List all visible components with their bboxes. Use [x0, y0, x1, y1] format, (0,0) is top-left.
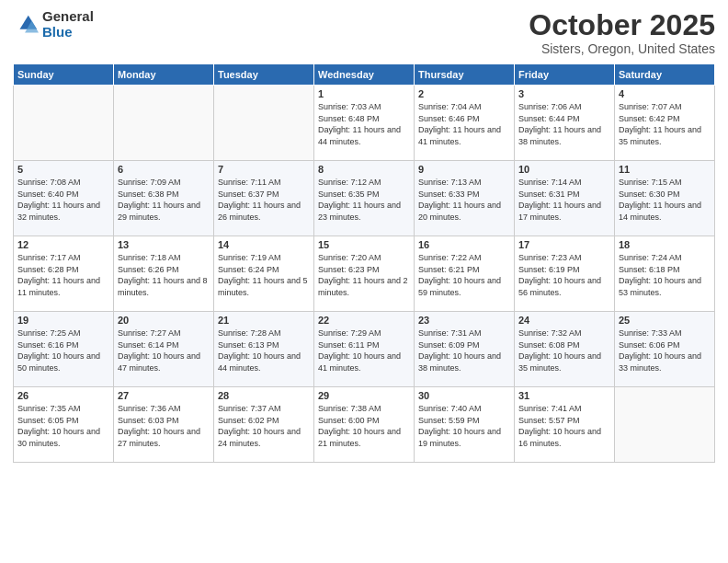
- calendar-cell: 1Sunrise: 7:03 AM Sunset: 6:48 PM Daylig…: [314, 86, 415, 161]
- day-info: Sunrise: 7:12 AM Sunset: 6:35 PM Dayligh…: [318, 177, 410, 223]
- day-info: Sunrise: 7:03 AM Sunset: 6:48 PM Dayligh…: [318, 101, 410, 147]
- calendar-cell: 6Sunrise: 7:09 AM Sunset: 6:38 PM Daylig…: [114, 161, 214, 236]
- day-number: 23: [418, 315, 510, 326]
- day-number: 16: [418, 239, 510, 250]
- calendar-cell: [114, 86, 214, 161]
- day-info: Sunrise: 7:24 AM Sunset: 6:18 PM Dayligh…: [619, 252, 711, 298]
- day-number: 31: [518, 390, 610, 401]
- day-number: 18: [619, 239, 711, 250]
- day-info: Sunrise: 7:15 AM Sunset: 6:30 PM Dayligh…: [619, 177, 711, 223]
- location: Sisters, Oregon, United States: [529, 41, 715, 56]
- day-info: Sunrise: 7:33 AM Sunset: 6:06 PM Dayligh…: [619, 327, 711, 373]
- calendar-cell: 21Sunrise: 7:28 AM Sunset: 6:13 PM Dayli…: [214, 312, 314, 387]
- day-info: Sunrise: 7:08 AM Sunset: 6:40 PM Dayligh…: [17, 177, 109, 223]
- day-number: 2: [418, 88, 510, 99]
- day-number: 1: [318, 88, 410, 99]
- day-info: Sunrise: 7:35 AM Sunset: 6:05 PM Dayligh…: [17, 403, 109, 449]
- calendar-cell: 29Sunrise: 7:38 AM Sunset: 6:00 PM Dayli…: [314, 387, 415, 463]
- col-wednesday: Wednesday: [314, 64, 415, 86]
- calendar-cell: 17Sunrise: 7:23 AM Sunset: 6:19 PM Dayli…: [515, 236, 615, 312]
- day-info: Sunrise: 7:04 AM Sunset: 6:46 PM Dayligh…: [418, 101, 510, 147]
- calendar-cell: 12Sunrise: 7:17 AM Sunset: 6:28 PM Dayli…: [14, 236, 114, 312]
- day-number: 5: [17, 164, 109, 175]
- day-info: Sunrise: 7:13 AM Sunset: 6:33 PM Dayligh…: [418, 177, 510, 223]
- day-info: Sunrise: 7:41 AM Sunset: 5:57 PM Dayligh…: [518, 403, 610, 449]
- day-info: Sunrise: 7:36 AM Sunset: 6:03 PM Dayligh…: [118, 403, 210, 449]
- calendar-cell: 22Sunrise: 7:29 AM Sunset: 6:11 PM Dayli…: [314, 312, 415, 387]
- calendar-week-4: 19Sunrise: 7:25 AM Sunset: 6:16 PM Dayli…: [14, 312, 715, 387]
- calendar-cell: 25Sunrise: 7:33 AM Sunset: 6:06 PM Dayli…: [615, 312, 715, 387]
- calendar-cell: 15Sunrise: 7:20 AM Sunset: 6:23 PM Dayli…: [314, 236, 415, 312]
- calendar-cell: 23Sunrise: 7:31 AM Sunset: 6:09 PM Dayli…: [415, 312, 515, 387]
- day-number: 4: [619, 88, 711, 99]
- logo-icon: [13, 12, 39, 38]
- day-number: 27: [118, 390, 210, 401]
- day-info: Sunrise: 7:22 AM Sunset: 6:21 PM Dayligh…: [418, 252, 510, 298]
- day-info: Sunrise: 7:11 AM Sunset: 6:37 PM Dayligh…: [218, 177, 310, 223]
- calendar-cell: [214, 86, 314, 161]
- calendar-cell: [615, 387, 715, 463]
- calendar-cell: 28Sunrise: 7:37 AM Sunset: 6:02 PM Dayli…: [214, 387, 314, 463]
- day-number: 11: [619, 164, 711, 175]
- day-number: 28: [218, 390, 310, 401]
- calendar-cell: 16Sunrise: 7:22 AM Sunset: 6:21 PM Dayli…: [415, 236, 515, 312]
- day-number: 26: [17, 390, 109, 401]
- day-number: 7: [218, 164, 310, 175]
- calendar-body: 1Sunrise: 7:03 AM Sunset: 6:48 PM Daylig…: [14, 86, 715, 463]
- day-info: Sunrise: 7:14 AM Sunset: 6:31 PM Dayligh…: [518, 177, 610, 223]
- day-info: Sunrise: 7:38 AM Sunset: 6:00 PM Dayligh…: [318, 403, 410, 449]
- calendar-cell: 31Sunrise: 7:41 AM Sunset: 5:57 PM Dayli…: [515, 387, 615, 463]
- day-info: Sunrise: 7:07 AM Sunset: 6:42 PM Dayligh…: [619, 101, 711, 147]
- day-info: Sunrise: 7:17 AM Sunset: 6:28 PM Dayligh…: [17, 252, 109, 298]
- day-number: 30: [418, 390, 510, 401]
- day-number: 25: [619, 315, 711, 326]
- calendar-cell: 14Sunrise: 7:19 AM Sunset: 6:24 PM Dayli…: [214, 236, 314, 312]
- day-number: 14: [218, 239, 310, 250]
- day-number: 6: [118, 164, 210, 175]
- day-info: Sunrise: 7:40 AM Sunset: 5:59 PM Dayligh…: [418, 403, 510, 449]
- day-info: Sunrise: 7:29 AM Sunset: 6:11 PM Dayligh…: [318, 327, 410, 373]
- day-number: 21: [218, 315, 310, 326]
- logo: General Blue: [13, 9, 94, 40]
- calendar-cell: 3Sunrise: 7:06 AM Sunset: 6:44 PM Daylig…: [515, 86, 615, 161]
- calendar-cell: 26Sunrise: 7:35 AM Sunset: 6:05 PM Dayli…: [14, 387, 114, 463]
- day-number: 24: [518, 315, 610, 326]
- day-info: Sunrise: 7:37 AM Sunset: 6:02 PM Dayligh…: [218, 403, 310, 449]
- day-number: 19: [17, 315, 109, 326]
- col-monday: Monday: [114, 64, 214, 86]
- calendar-week-1: 1Sunrise: 7:03 AM Sunset: 6:48 PM Daylig…: [14, 86, 715, 161]
- day-number: 17: [518, 239, 610, 250]
- calendar-cell: 20Sunrise: 7:27 AM Sunset: 6:14 PM Dayli…: [114, 312, 214, 387]
- calendar-cell: 4Sunrise: 7:07 AM Sunset: 6:42 PM Daylig…: [615, 86, 715, 161]
- col-thursday: Thursday: [415, 64, 515, 86]
- calendar-cell: 9Sunrise: 7:13 AM Sunset: 6:33 PM Daylig…: [415, 161, 515, 236]
- col-saturday: Saturday: [615, 64, 715, 86]
- calendar-week-3: 12Sunrise: 7:17 AM Sunset: 6:28 PM Dayli…: [14, 236, 715, 312]
- day-number: 15: [318, 239, 410, 250]
- day-info: Sunrise: 7:31 AM Sunset: 6:09 PM Dayligh…: [418, 327, 510, 373]
- day-info: Sunrise: 7:32 AM Sunset: 6:08 PM Dayligh…: [518, 327, 610, 373]
- calendar-header-row: Sunday Monday Tuesday Wednesday Thursday…: [14, 64, 715, 86]
- calendar-cell: 7Sunrise: 7:11 AM Sunset: 6:37 PM Daylig…: [214, 161, 314, 236]
- logo-general-text: General: [42, 9, 94, 25]
- day-number: 22: [318, 315, 410, 326]
- day-info: Sunrise: 7:09 AM Sunset: 6:38 PM Dayligh…: [118, 177, 210, 223]
- day-info: Sunrise: 7:25 AM Sunset: 6:16 PM Dayligh…: [17, 327, 109, 373]
- calendar-cell: 27Sunrise: 7:36 AM Sunset: 6:03 PM Dayli…: [114, 387, 214, 463]
- day-info: Sunrise: 7:19 AM Sunset: 6:24 PM Dayligh…: [218, 252, 310, 298]
- calendar-week-2: 5Sunrise: 7:08 AM Sunset: 6:40 PM Daylig…: [14, 161, 715, 236]
- calendar-cell: 13Sunrise: 7:18 AM Sunset: 6:26 PM Dayli…: [114, 236, 214, 312]
- calendar-cell: [14, 86, 114, 161]
- calendar-cell: 19Sunrise: 7:25 AM Sunset: 6:16 PM Dayli…: [14, 312, 114, 387]
- day-info: Sunrise: 7:06 AM Sunset: 6:44 PM Dayligh…: [518, 101, 610, 147]
- page: General Blue October 2025 Sisters, Orego…: [0, 0, 728, 563]
- day-info: Sunrise: 7:20 AM Sunset: 6:23 PM Dayligh…: [318, 252, 410, 298]
- title-block: October 2025 Sisters, Oregon, United Sta…: [529, 9, 715, 56]
- calendar-cell: 2Sunrise: 7:04 AM Sunset: 6:46 PM Daylig…: [415, 86, 515, 161]
- day-number: 12: [17, 239, 109, 250]
- day-number: 20: [118, 315, 210, 326]
- calendar-cell: 8Sunrise: 7:12 AM Sunset: 6:35 PM Daylig…: [314, 161, 415, 236]
- calendar: Sunday Monday Tuesday Wednesday Thursday…: [13, 63, 715, 463]
- day-number: 29: [318, 390, 410, 401]
- day-info: Sunrise: 7:27 AM Sunset: 6:14 PM Dayligh…: [118, 327, 210, 373]
